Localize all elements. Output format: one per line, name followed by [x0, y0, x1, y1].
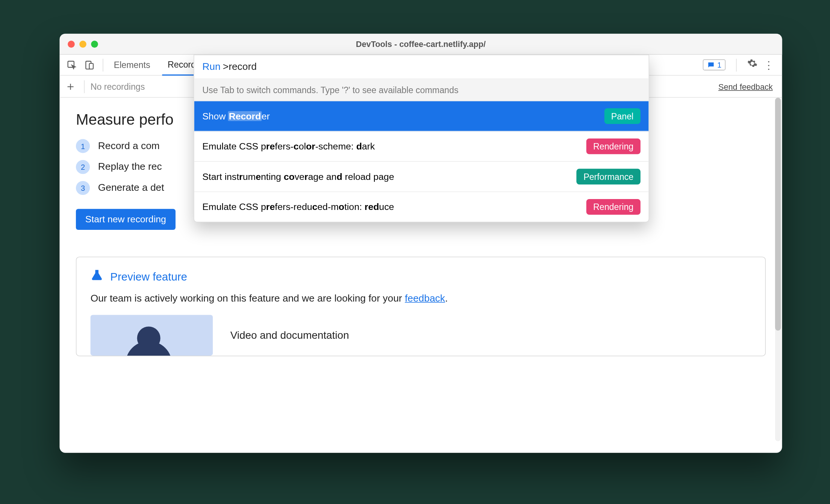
issues-chip[interactable]: 1 — [703, 59, 725, 70]
video-thumbnail[interactable] — [91, 315, 213, 356]
step-number: 2 — [76, 160, 90, 174]
send-feedback-link[interactable]: Send feedback — [718, 82, 773, 91]
command-item-badge: Panel — [604, 108, 641, 124]
feedback-link[interactable]: feedback — [405, 293, 445, 304]
window-title: DevTools - coffee-cart.netlify.app/ — [60, 39, 782, 48]
tab-elements[interactable]: Elements — [108, 54, 156, 75]
scrollbar[interactable] — [775, 98, 781, 441]
start-recording-button[interactable]: Start new recording — [76, 209, 176, 230]
preview-text-after: . — [445, 293, 448, 304]
toolbar-right: 1 ⋮ — [703, 58, 779, 72]
command-item[interactable]: Show RecorderPanel — [194, 101, 649, 132]
preview-media: Video and documentation — [91, 315, 751, 356]
kebab-menu-icon[interactable]: ⋮ — [763, 59, 774, 71]
add-recording-icon[interactable]: ＋ — [63, 79, 78, 94]
divider — [103, 59, 103, 71]
command-item[interactable]: Emulate CSS prefers-color-scheme: darkRe… — [194, 131, 649, 162]
command-item-label: Show Recorder — [202, 111, 270, 121]
step-number: 1 — [76, 139, 90, 153]
step-label: Replay the rec — [98, 161, 162, 173]
titlebar: DevTools - coffee-cart.netlify.app/ — [60, 34, 782, 55]
command-item[interactable]: Start instrumenting coverage and reload … — [194, 162, 649, 192]
divider — [84, 80, 85, 93]
step-number: 3 — [76, 181, 90, 195]
command-item-badge: Rendering — [586, 139, 640, 154]
command-palette: Run >record Use Tab to switch commands. … — [194, 55, 649, 222]
preview-text: Our team is actively working on this fea… — [91, 293, 751, 305]
command-item-label: Start instrumenting coverage and reload … — [202, 171, 394, 182]
flask-icon — [91, 269, 103, 285]
preview-heading: Preview feature — [91, 269, 751, 285]
command-hint: Use Tab to switch commands. Type '?' to … — [194, 79, 649, 101]
command-item-label: Emulate CSS prefers-color-scheme: dark — [202, 141, 375, 152]
command-query: >record — [223, 61, 257, 73]
svg-rect-2 — [89, 63, 93, 69]
command-item-label: Emulate CSS prefers-reduced-motion: redu… — [202, 202, 394, 212]
divider — [736, 59, 737, 71]
command-input[interactable]: Run >record — [194, 55, 649, 79]
command-mode-label: Run — [202, 61, 220, 73]
command-item-badge: Rendering — [586, 199, 640, 215]
media-label: Video and documentation — [230, 329, 349, 341]
command-item-badge: Performance — [577, 169, 641, 184]
step-label: Generate a det — [98, 182, 164, 194]
devtools-window: DevTools - coffee-cart.netlify.app/ Elem… — [60, 34, 782, 453]
preview-text-before: Our team is actively working on this fea… — [91, 293, 405, 304]
issues-count: 1 — [717, 60, 721, 69]
gear-icon[interactable] — [747, 58, 758, 72]
command-item[interactable]: Emulate CSS prefers-reduced-motion: redu… — [194, 192, 649, 222]
scrollbar-thumb[interactable] — [775, 98, 781, 330]
inspect-icon[interactable] — [65, 59, 78, 71]
preview-title: Preview feature — [110, 270, 187, 283]
step-label: Record a com — [98, 140, 160, 152]
device-toggle-icon[interactable] — [83, 59, 96, 71]
no-recordings-label: No recordings — [91, 81, 145, 91]
preview-card: Preview feature Our team is actively wor… — [76, 257, 766, 356]
